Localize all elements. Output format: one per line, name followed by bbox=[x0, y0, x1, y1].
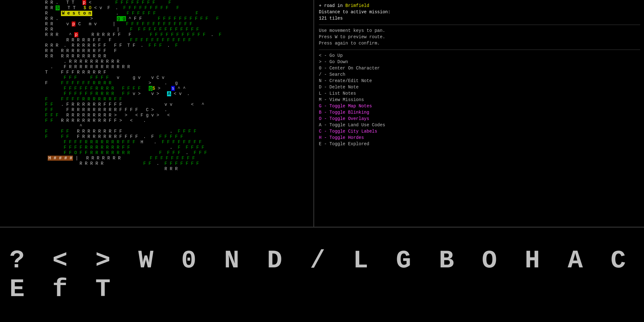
keybind-desc: - Toggle Explored bbox=[321, 141, 369, 146]
distance-value: 121 tiles bbox=[319, 15, 640, 21]
distance-label: Distance to active mission: bbox=[319, 9, 640, 15]
keybind-item: O - Toggle Overlays bbox=[319, 116, 640, 122]
keybind-item: M - View Missions bbox=[319, 97, 640, 103]
keybind-item: D - Delete Note bbox=[319, 84, 640, 90]
instruction-1: Use movement keys to pan. bbox=[319, 27, 640, 34]
keybind-desc: - Toggle City Labels bbox=[321, 129, 377, 134]
keybind-item: 0 - Center On Character bbox=[319, 65, 640, 71]
keybind-desc: - Toggle Hordes bbox=[321, 135, 364, 140]
instruction-2: Press W to preview route. bbox=[319, 34, 640, 40]
divider2 bbox=[319, 50, 640, 50]
keybind-item: G - Toggle Map Notes bbox=[319, 103, 640, 109]
instructions: Use movement keys to pan. Press W to pre… bbox=[319, 27, 640, 46]
keybinds-list: < - Go Up> - Go Down0 - Center On Charac… bbox=[319, 52, 640, 147]
keybind-desc: - Go Down bbox=[321, 59, 348, 64]
keybind-desc: - View Missions bbox=[321, 97, 364, 102]
keybind-item: C - Toggle City Labels bbox=[319, 128, 640, 134]
keybind-desc: - Toggle Overlays bbox=[321, 116, 369, 121]
map-area: R R . T T p < F F F F F F F F F R R S T … bbox=[0, 0, 313, 227]
keybind-item: B - Toggle Blinking bbox=[319, 109, 640, 116]
keybind-item: / - Search bbox=[319, 71, 640, 78]
keybind-item: L - List Notes bbox=[319, 90, 640, 97]
keybind-desc: - Toggle Blinking bbox=[321, 110, 369, 115]
keybind-desc: - Delete Note bbox=[321, 85, 359, 90]
horizontal-divider bbox=[0, 227, 644, 227]
location-line1: + road in Brimfield bbox=[319, 3, 640, 9]
keybind-item: < - Go Up bbox=[319, 52, 640, 59]
divider1 bbox=[319, 25, 640, 25]
vertical-divider bbox=[313, 0, 314, 227]
keybind-item: H - Toggle Hordes bbox=[319, 134, 640, 141]
keybind-desc: - Go Up bbox=[321, 53, 343, 58]
sidebar: + road in Brimfield Distance to active m… bbox=[315, 0, 644, 227]
keybind-desc: - Toggle Land Use Codes bbox=[321, 122, 385, 128]
keybind-item: > - Go Down bbox=[319, 59, 640, 65]
keybind-desc: - Create/Edit Note bbox=[321, 78, 372, 83]
keybind-desc: - Toggle Map Notes bbox=[321, 104, 372, 109]
keybind-desc: - List Notes bbox=[321, 91, 356, 96]
bottom-bar: ? < > W 0 N D / L G B O H A C E f T bbox=[0, 227, 644, 322]
keybind-item: E - Toggle Explored bbox=[319, 141, 640, 147]
keybind-desc: - Center On Character bbox=[321, 66, 380, 71]
keybind-item: A - Toggle Land Use Codes bbox=[319, 122, 640, 128]
location-info: + road in Brimfield Distance to active m… bbox=[319, 3, 640, 21]
instruction-3: Press again to confirm. bbox=[319, 40, 640, 46]
bottom-keys[interactable]: ? < > W 0 N D / L G B O H A C E f T bbox=[9, 246, 635, 304]
keybind-desc: - Search bbox=[321, 72, 345, 77]
map-grid: R R . T T p < F F F F F F F F F R R S T … bbox=[0, 0, 313, 227]
keybind-item: N - Create/Edit Note bbox=[319, 78, 640, 84]
